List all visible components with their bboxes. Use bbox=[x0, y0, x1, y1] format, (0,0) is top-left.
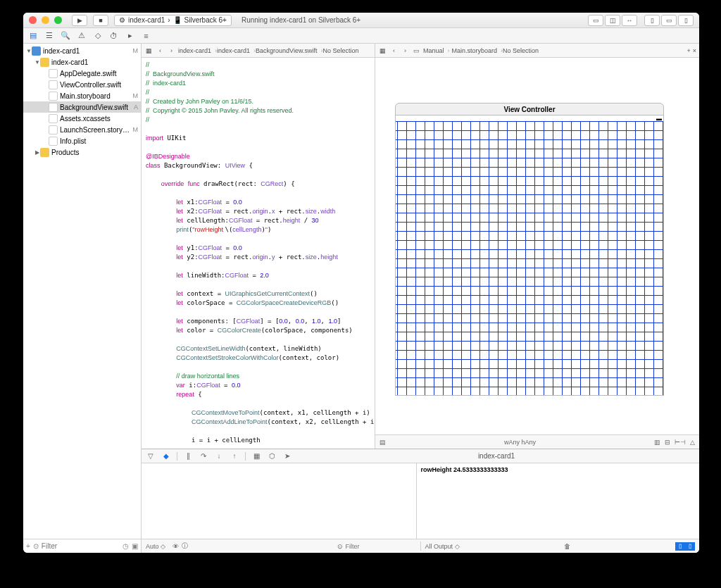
scheme-device: Silverback 6+ bbox=[184, 16, 227, 24]
vc-title: View Controller bbox=[395, 103, 664, 115]
jumpbar-crumb[interactable]: Main.storyboard bbox=[452, 47, 503, 54]
vc-view[interactable]: ▬ bbox=[395, 115, 664, 396]
jumpbar-crumb[interactable]: index-card1 bbox=[217, 47, 256, 54]
close-button[interactable] bbox=[29, 16, 37, 24]
quicklook-icon[interactable]: 👁 bbox=[173, 543, 179, 550]
jumpbar-mode[interactable]: Manual bbox=[423, 47, 450, 54]
recent-icon[interactable]: ◷ bbox=[123, 542, 129, 550]
view-controller-scene[interactable]: View Controller ▬ bbox=[395, 103, 664, 399]
filter-icon: ⊙ bbox=[33, 542, 39, 550]
close-assistant-icon[interactable]: × bbox=[693, 47, 696, 54]
titlebar: ▶ ■ ⚙︎ index-card1 › 📱 Silverback 6+ Run… bbox=[23, 13, 699, 28]
debug-target: index-card1 bbox=[478, 452, 515, 460]
issue-navigator-tab[interactable]: ⚠ bbox=[76, 30, 87, 41]
find-navigator-tab[interactable]: 🔍 bbox=[60, 30, 70, 41]
variables-filter-input[interactable] bbox=[346, 543, 416, 550]
minimize-button[interactable] bbox=[42, 16, 49, 24]
assistant-editor: ▦ ‹ › ▭ Manual Main.storyboardNo Selecti… bbox=[375, 44, 699, 449]
forward-icon[interactable]: › bbox=[401, 46, 410, 55]
output-scope-selector[interactable]: All Output ◇ bbox=[425, 543, 460, 550]
jumpbar-crumb[interactable]: No Selection bbox=[503, 47, 542, 54]
back-icon[interactable]: ‹ bbox=[156, 46, 165, 55]
view-debug-icon[interactable]: ▦ bbox=[251, 451, 261, 461]
file-row[interactable]: BackgroundView.swiftA bbox=[23, 101, 141, 113]
simulate-location-icon[interactable]: ➤ bbox=[282, 451, 292, 461]
stack-icon[interactable]: ▥ bbox=[654, 439, 660, 446]
step-out-icon[interactable]: ↑ bbox=[230, 451, 239, 461]
toggle-utilities-button[interactable]: ▯ bbox=[678, 15, 694, 26]
size-class-control[interactable]: wAny hAny bbox=[386, 439, 654, 446]
step-into-icon[interactable]: ↓ bbox=[214, 451, 224, 461]
jumpbar-crumb[interactable]: No Selection bbox=[322, 47, 362, 54]
pin-icon[interactable]: ⊢⊣ bbox=[675, 439, 686, 446]
file-row[interactable]: ▼index-card1M bbox=[23, 45, 141, 56]
auto-scope-selector[interactable]: Auto ◇ bbox=[146, 543, 165, 550]
ib-toolbar: ▤ wAny hAny ▥ ⊟ ⊢⊣ △ bbox=[375, 434, 699, 449]
hide-debug-icon[interactable]: ▽ bbox=[146, 451, 156, 461]
stop-button[interactable]: ■ bbox=[93, 15, 108, 26]
standard-editor-button[interactable]: ▭ bbox=[588, 15, 603, 26]
forward-icon[interactable]: › bbox=[167, 46, 176, 55]
run-button[interactable]: ▶ bbox=[72, 15, 87, 26]
primary-editor: ▦ ‹ › index-card1index-card1BackgroundVi… bbox=[142, 44, 375, 449]
related-items-icon[interactable]: ▦ bbox=[378, 46, 387, 55]
jumpbar-assistant[interactable]: ▦ ‹ › ▭ Manual Main.storyboardNo Selecti… bbox=[375, 44, 699, 58]
file-tree[interactable]: ▼index-card1M▼index-card1AppDelegate.swi… bbox=[23, 44, 141, 539]
source-editor[interactable]: // // BackgroundView.swift // index-card… bbox=[142, 58, 375, 449]
report-navigator-tab[interactable]: ≡ bbox=[141, 30, 151, 41]
add-icon[interactable]: + bbox=[26, 542, 30, 550]
add-assistant-icon[interactable]: + bbox=[686, 47, 690, 54]
console-pane-toggle[interactable]: ▯▯ bbox=[675, 542, 695, 551]
zoom-button[interactable] bbox=[54, 16, 62, 24]
align-icon[interactable]: ⊟ bbox=[665, 439, 670, 446]
toggle-navigator-button[interactable]: ▯ bbox=[644, 15, 660, 26]
console-output[interactable]: rowHeight 24.5333333333333 bbox=[417, 463, 700, 539]
debug-navigator-tab[interactable]: ⏱ bbox=[108, 30, 119, 41]
project-navigator-tab[interactable]: ▤ bbox=[27, 30, 38, 41]
file-row[interactable]: LaunchScreen.storyboardM bbox=[23, 124, 141, 135]
ib-canvas[interactable]: › View Controller ▬ bbox=[375, 58, 699, 434]
filter-icon: ⊙ bbox=[337, 543, 343, 550]
navigator-filter-bar: + ⊙ ◷ ▣ bbox=[23, 539, 141, 553]
xcode-window: ▶ ■ ⚙︎ index-card1 › 📱 Silverback 6+ Run… bbox=[23, 13, 699, 553]
breakpoint-navigator-tab[interactable]: ▸ bbox=[125, 30, 135, 41]
variables-view[interactable] bbox=[142, 463, 417, 539]
file-row[interactable]: Main.storyboardM bbox=[23, 90, 141, 101]
back-icon[interactable]: ‹ bbox=[389, 46, 399, 55]
related-items-icon[interactable]: ▦ bbox=[144, 46, 153, 55]
file-row[interactable]: Info.plist bbox=[23, 135, 141, 146]
jumpbar-primary[interactable]: ▦ ‹ › index-card1index-card1BackgroundVi… bbox=[142, 44, 375, 58]
file-row[interactable]: Assets.xcassets bbox=[23, 113, 141, 124]
file-row[interactable]: ▶Products bbox=[23, 146, 141, 158]
phone-icon: 📱 bbox=[173, 16, 182, 24]
counterparts-icon[interactable]: ▭ bbox=[412, 46, 421, 55]
jumpbar-crumb[interactable]: index-card1 bbox=[178, 47, 217, 54]
document-outline-icon[interactable]: ▤ bbox=[380, 439, 386, 446]
symbol-navigator-tab[interactable]: ☰ bbox=[44, 30, 54, 41]
version-editor-button[interactable]: ↔ bbox=[622, 15, 637, 26]
file-row[interactable]: AppDelegate.swift bbox=[23, 68, 141, 79]
resolve-icon[interactable]: △ bbox=[690, 439, 695, 446]
toggle-debug-button[interactable]: ▭ bbox=[661, 15, 677, 26]
file-row[interactable]: ▼index-card1 bbox=[23, 56, 141, 68]
project-navigator: ▼index-card1M▼index-card1AppDelegate.swi… bbox=[23, 44, 142, 553]
editor-area: ▦ ‹ › index-card1index-card1BackgroundVi… bbox=[142, 44, 699, 553]
trash-icon[interactable]: 🗑 bbox=[564, 543, 570, 550]
navigator-filter-input[interactable] bbox=[42, 542, 98, 550]
file-row[interactable]: ViewController.swift bbox=[23, 79, 141, 90]
print-icon[interactable]: ⓘ bbox=[182, 542, 188, 551]
continue-icon[interactable]: ‖ bbox=[183, 451, 193, 461]
memory-graph-icon[interactable]: ⬡ bbox=[267, 451, 277, 461]
background-view-grid bbox=[396, 115, 663, 395]
scheme-selector[interactable]: ⚙︎ index-card1 › 📱 Silverback 6+ bbox=[114, 15, 232, 26]
test-navigator-tab[interactable]: ◇ bbox=[92, 30, 103, 41]
debug-area: ▽ ◆ ‖ ↷ ↓ ↑ ▦ ⬡ ➤ index-card1 bbox=[142, 449, 699, 553]
navigator-tabs: ▤ ☰ 🔍 ⚠ ◇ ⏱ ▸ ≡ bbox=[23, 28, 699, 44]
scm-icon[interactable]: ▣ bbox=[132, 542, 138, 550]
scheme-target: index-card1 bbox=[128, 16, 165, 24]
breakpoints-icon[interactable]: ◆ bbox=[161, 451, 171, 461]
debug-toolbar: ▽ ◆ ‖ ↷ ↓ ↑ ▦ ⬡ ➤ index-card1 bbox=[142, 449, 699, 463]
step-over-icon[interactable]: ↷ bbox=[199, 451, 208, 461]
jumpbar-crumb[interactable]: BackgroundView.swift bbox=[256, 47, 322, 54]
assistant-editor-button[interactable]: ◫ bbox=[605, 15, 620, 26]
